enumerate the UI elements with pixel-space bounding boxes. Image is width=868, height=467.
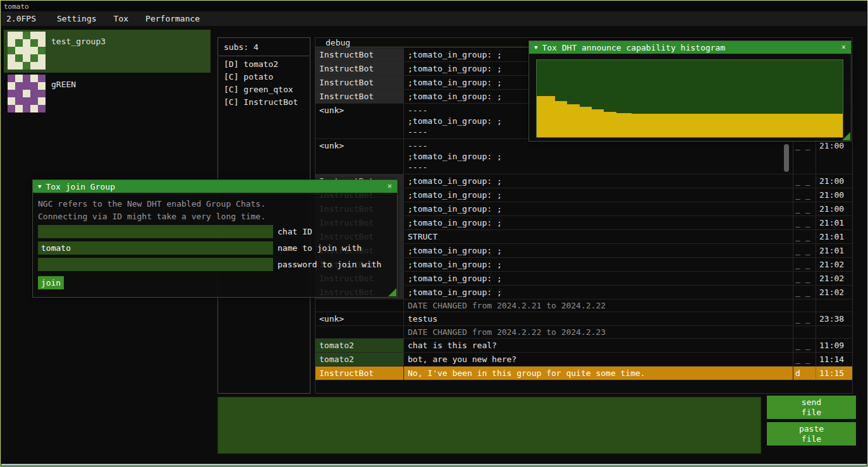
message-line: chat is this real?: [408, 340, 793, 351]
sender-name: <unk>: [315, 312, 404, 326]
spacer-cell: [793, 300, 816, 312]
message-line: ;tomato_in_group: ;: [408, 190, 793, 200]
collapse-arrow-icon[interactable]: ▼: [534, 44, 537, 51]
roster-item[interactable]: [C] InstructBot: [218, 96, 310, 109]
timestamp: 23:38: [816, 312, 852, 326]
delivery-flags: _ _: [793, 139, 816, 174]
resize-grip[interactable]: [388, 288, 396, 296]
delivery-flags: _ _: [793, 244, 816, 258]
date-changed-row: DATE CHANGED from 2024.2.22 to 2024.2.23: [315, 326, 852, 339]
message-text: ----;tomato_in_group: ;----: [404, 139, 793, 174]
tab-debug[interactable]: debug: [326, 38, 350, 47]
name-to-join-with-input[interactable]: [38, 241, 273, 255]
join-field-row: chat ID: [38, 225, 392, 238]
delivery-flags: _ _: [793, 188, 816, 202]
message-row: InstructBotNo, I've been in this group f…: [315, 367, 852, 380]
menu-item-settings[interactable]: Settings: [57, 14, 97, 23]
field-label: chat ID: [278, 227, 312, 236]
field-label: password to join with: [278, 260, 381, 269]
message-text: ;tomato_in_group: ;: [404, 216, 793, 230]
roster-item[interactable]: [D] tomato2: [218, 58, 310, 71]
message-line: ----: [408, 140, 793, 151]
histogram-bar: [616, 113, 632, 137]
menu-item-performance[interactable]: Performance: [145, 14, 200, 23]
message-line: ;tomato_in_group: ;: [408, 203, 793, 214]
roster-item[interactable]: [C] green_qtox: [218, 83, 310, 96]
menu-item-tox[interactable]: Tox: [114, 14, 128, 23]
message-line: ;tomato_in_group: ;: [408, 176, 793, 186]
join-window-titlebar[interactable]: ▼ Tox join Group ✕: [33, 180, 397, 193]
spacer-cell: [315, 300, 404, 312]
field-label: name to join with: [278, 243, 362, 253]
join-window-body: NGC refers to the New DHT enabled Group …: [33, 193, 397, 294]
timestamp: 21:02: [816, 286, 852, 300]
sender-name: InstructBot: [315, 367, 404, 380]
spacer-cell: [816, 326, 852, 339]
timestamp: 21:00: [816, 202, 852, 216]
message-input[interactable]: [217, 397, 761, 454]
delivery-flags: _ _: [793, 202, 816, 216]
join-group-window: ▼ Tox join Group ✕ NGC refers to the New…: [32, 179, 398, 298]
sender-name: InstructBot: [315, 90, 404, 104]
sender-name: tomato2: [315, 353, 404, 367]
close-icon[interactable]: ✕: [841, 42, 846, 51]
histogram-plot: [536, 59, 843, 138]
timestamp: 21:01: [816, 244, 852, 258]
scrollbar-thumb[interactable]: [784, 144, 789, 172]
message-line: ;tomato_in_group: ;: [408, 245, 793, 256]
group-item-test_group3[interactable]: test_group3: [4, 30, 211, 73]
group-item-gREEN[interactable]: gREEN: [4, 73, 211, 116]
chat-ID-input[interactable]: [38, 225, 273, 238]
histogram-window-titlebar[interactable]: ▼ Tox DHT announce capability histogram …: [529, 41, 851, 54]
join-field-row: name to join with: [38, 241, 392, 255]
paste-file-button[interactable]: paste file: [767, 422, 856, 446]
histogram-bar: [567, 104, 579, 137]
message-line: ;tomato_in_group: ;: [408, 273, 793, 284]
group-name: test_group3: [51, 37, 106, 46]
delivery-flags: d: [793, 367, 816, 380]
message-line: STRUCT: [408, 231, 793, 242]
resize-grip[interactable]: [842, 132, 850, 140]
delivery-flags: _ _: [793, 272, 816, 286]
group-name: gREEN: [51, 80, 76, 89]
timestamp: 21:01: [816, 216, 852, 230]
message-line: bot, are you new here?: [408, 354, 793, 365]
timestamp: 21:00: [816, 188, 852, 202]
message-row: <unk>testus_ _23:38: [315, 312, 852, 326]
message-text: bot, are you new here?: [404, 353, 793, 367]
close-icon[interactable]: ✕: [388, 181, 392, 190]
message-text: ;tomato_in_group: ;: [404, 272, 793, 286]
app-window: tomato 2.0FPS SettingsToxPerformance tes…: [0, 0, 868, 467]
message-line: testus: [408, 313, 793, 324]
delivery-flags: _ _: [793, 230, 816, 244]
window-title: tomato: [4, 3, 29, 11]
histogram-bar: [632, 114, 843, 137]
password-to-join-with-input[interactable]: [38, 258, 273, 271]
sender-name: InstructBot: [315, 62, 404, 76]
group-avatar: [8, 32, 46, 70]
group-list: test_group3gREEN: [4, 30, 211, 116]
send-file-button[interactable]: send file: [767, 396, 856, 419]
message-text: testus: [404, 312, 793, 326]
histogram-bar: [592, 109, 604, 137]
join-button[interactable]: join: [38, 276, 64, 289]
timestamp: 21:02: [816, 258, 852, 272]
spacer-cell: [793, 326, 816, 339]
message-line: ;tomato_in_group: ;: [408, 259, 793, 270]
histogram-bar: [604, 112, 616, 137]
message-text: ;tomato_in_group: ;: [404, 202, 793, 216]
date-changed-row: DATE CHANGED from 2024.2.21 to 2024.2.22: [315, 300, 852, 312]
delivery-flags: _ _: [793, 353, 816, 367]
delivery-flags: _ _: [793, 174, 816, 188]
window-titlebar: tomato: [1, 1, 867, 11]
message-text: chat is this real?: [404, 339, 793, 353]
roster-item[interactable]: [C] potato: [218, 71, 310, 83]
message-row: tomato2chat is this real?_ _11:09: [315, 339, 852, 353]
message-text: ;tomato_in_group: ;: [404, 286, 793, 300]
group-avatar: [8, 75, 46, 112]
timestamp: 21:01: [816, 230, 852, 244]
separator: [219, 56, 309, 56]
collapse-arrow-icon[interactable]: ▼: [38, 183, 41, 190]
timestamp: 21:00: [816, 139, 852, 174]
message-text: ;tomato_in_group: ;: [404, 258, 793, 272]
